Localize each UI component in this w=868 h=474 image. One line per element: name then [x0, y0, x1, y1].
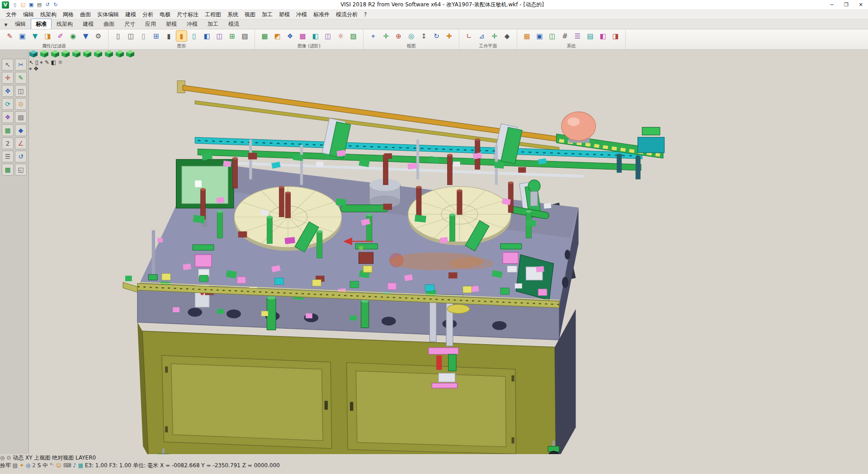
tab-machining[interactable]: 加工 — [203, 19, 223, 29]
menu-item-system[interactable]: 系统 — [224, 10, 241, 19]
view-mode-indicator[interactable]: 动态 XY 上视图 — [13, 455, 50, 461]
tab-die[interactable]: 冲模 — [182, 19, 203, 29]
tab-modeling[interactable]: 建模 — [78, 19, 99, 29]
layers-icon[interactable] — [521, 30, 533, 42]
points-icon[interactable] — [226, 30, 238, 42]
mesh-icon[interactable] — [239, 30, 250, 42]
trim-icon[interactable] — [15, 59, 27, 71]
3d-viewport[interactable]: Z Y — [29, 50, 868, 454]
shaded-icon[interactable] — [176, 30, 187, 42]
view-button-bottom[interactable] — [94, 53, 104, 59]
navigate-icon[interactable] — [34, 66, 38, 72]
paint-icon[interactable] — [55, 30, 66, 42]
step-icon[interactable] — [32, 462, 36, 469]
workplane-origin-icon[interactable] — [489, 30, 500, 42]
menu-item-machining[interactable]: 加工 — [259, 10, 276, 19]
menu-item-solid-edit[interactable]: 实体编辑 — [94, 10, 122, 19]
attributes-icon[interactable] — [17, 30, 28, 42]
undo-icon[interactable] — [43, 1, 52, 9]
tab-mold[interactable]: 塑模 — [161, 19, 182, 29]
sketch-icon[interactable] — [15, 72, 27, 84]
tab-application[interactable]: 应用 — [140, 19, 161, 29]
transparent-icon[interactable] — [189, 30, 200, 42]
solid-icon[interactable] — [163, 30, 175, 42]
view-button-dynamic[interactable] — [126, 53, 135, 59]
copy-icon[interactable] — [15, 164, 27, 175]
view-orbit-icon[interactable] — [0, 455, 5, 461]
menu-item-dimension[interactable]: 尺寸标注 — [174, 10, 202, 19]
tab-dropdown-icon[interactable] — [2, 21, 10, 29]
view-button-front[interactable] — [51, 53, 61, 59]
wire-icon[interactable] — [151, 30, 162, 42]
lighting-icon[interactable] — [335, 30, 346, 42]
redo-icon[interactable] — [52, 1, 60, 9]
menu-item-edit[interactable]: 编辑 — [20, 10, 37, 19]
workplane-xy-icon[interactable] — [463, 30, 475, 42]
eye-icon[interactable] — [67, 30, 79, 42]
calculator-icon[interactable] — [559, 30, 571, 42]
mic-icon[interactable] — [73, 462, 76, 469]
menu-item-die[interactable]: 冲模 — [293, 10, 310, 19]
menu-item-mesh[interactable]: 网格 — [60, 10, 77, 19]
menu-item-standard-parts[interactable]: 标准件 — [310, 10, 333, 19]
view-button-iso[interactable] — [29, 53, 40, 59]
flash-icon[interactable] — [19, 462, 24, 469]
texture-icon[interactable] — [272, 30, 283, 42]
tab-edit[interactable]: 编辑 — [10, 19, 31, 29]
toolbox-icon[interactable] — [78, 462, 83, 469]
view-button-dimetric[interactable] — [104, 53, 115, 59]
menu-item-mold[interactable]: 塑模 — [276, 10, 293, 19]
reflection-icon[interactable] — [310, 30, 321, 42]
workplane-align-icon[interactable] — [476, 30, 487, 42]
box-select-tool-icon[interactable] — [35, 59, 38, 66]
notes-icon[interactable] — [13, 462, 18, 469]
rotate-icon[interactable] — [2, 98, 14, 110]
save-icon[interactable] — [27, 1, 35, 9]
fullscreen-icon[interactable] — [443, 30, 455, 42]
maximize-button[interactable] — [839, 0, 854, 9]
measure-tool-icon[interactable] — [40, 59, 43, 66]
ime-logo[interactable]: S — [38, 462, 41, 469]
screen-icon[interactable] — [534, 30, 545, 42]
tab-wireframe[interactable]: 线架构 — [52, 19, 78, 29]
number-icon[interactable] — [2, 137, 14, 149]
list-icon[interactable] — [15, 111, 27, 123]
sheet-icon[interactable] — [138, 30, 149, 42]
previous-view-icon[interactable] — [418, 30, 429, 42]
funnel-icon[interactable] — [80, 30, 91, 42]
outline-icon[interactable] — [214, 30, 225, 42]
menu-icon[interactable] — [2, 151, 14, 162]
compass-icon[interactable] — [29, 66, 32, 72]
report-icon[interactable] — [572, 30, 583, 42]
menu-item-surface[interactable]: 曲面 — [77, 10, 94, 19]
view-button-trimetric[interactable] — [115, 53, 126, 59]
view-button-top[interactable] — [40, 53, 51, 59]
menu-item-file[interactable]: 文件 — [3, 10, 20, 19]
menu-item-drawing[interactable]: 工程图 — [202, 10, 224, 19]
tab-flow[interactable]: 模流 — [223, 19, 244, 29]
exit-icon[interactable] — [610, 30, 621, 42]
view-button-back[interactable] — [61, 53, 72, 59]
point-icon[interactable] — [2, 72, 14, 84]
snap-icon[interactable] — [15, 98, 27, 110]
tab-dimension[interactable]: 尺寸 — [119, 19, 140, 29]
tab-standard[interactable]: 标准 — [31, 19, 52, 29]
new-file-icon[interactable] — [11, 1, 19, 9]
shadow-icon[interactable] — [297, 30, 308, 42]
render-icon[interactable] — [259, 30, 270, 42]
wand-icon[interactable] — [4, 30, 15, 42]
move-icon[interactable] — [2, 85, 14, 97]
clip-tool-icon[interactable] — [51, 59, 56, 66]
ime-language-toggle[interactable]: 中 — [42, 462, 48, 469]
view-rotate-icon[interactable] — [6, 455, 11, 461]
emoji-icon[interactable] — [56, 462, 62, 469]
menu-item-electrode[interactable]: 电极 — [156, 10, 174, 19]
quality-icon[interactable] — [348, 30, 359, 42]
menu-item-view[interactable]: 视图 — [241, 10, 259, 19]
menu-item-moldflow[interactable]: 模流分析 — [333, 10, 361, 19]
zoom-fit-icon[interactable] — [368, 30, 379, 42]
snapshot-icon[interactable] — [26, 462, 30, 469]
options-icon[interactable] — [597, 30, 609, 42]
select-icon[interactable] — [2, 59, 14, 71]
material-icon[interactable] — [284, 30, 296, 42]
